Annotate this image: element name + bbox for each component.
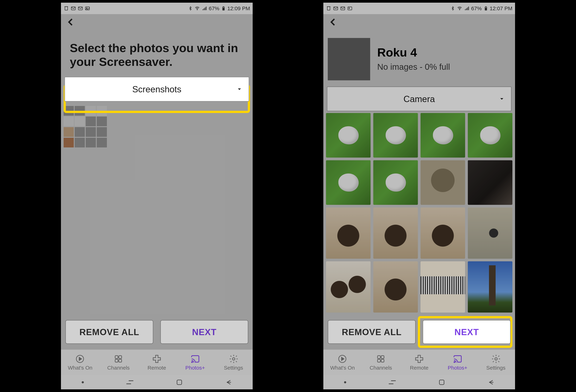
svg-rect-11: [119, 356, 122, 359]
photo-tile[interactable]: [421, 113, 465, 158]
photo-tile[interactable]: [421, 261, 465, 313]
cast-icon: [190, 354, 200, 364]
nav-channels[interactable]: Channels: [99, 350, 138, 375]
photo-tile[interactable]: [373, 261, 418, 313]
wifi-icon: [457, 6, 462, 11]
svg-point-5: [197, 10, 197, 10]
photo-tile[interactable]: [326, 261, 371, 313]
album-dropdown-label: Camera: [403, 94, 435, 104]
nav-whats-on[interactable]: What's On: [323, 350, 362, 375]
back-softkey-icon[interactable]: [487, 378, 494, 386]
mail-icon: [340, 6, 346, 11]
softkey-dot[interactable]: •: [344, 378, 347, 387]
photo-tile[interactable]: [468, 261, 513, 313]
photo-tile[interactable]: [468, 113, 513, 158]
mail-icon: [78, 6, 83, 11]
home-icon[interactable]: [438, 378, 446, 386]
nav-remote[interactable]: Remote: [138, 350, 176, 375]
photo-tile[interactable]: [421, 160, 465, 205]
softkey-dot[interactable]: •: [82, 378, 84, 387]
photo-tile[interactable]: [326, 160, 371, 205]
bluetooth-icon: [188, 6, 192, 11]
device-info: Roku 4 No images - 0% full: [377, 47, 450, 72]
svg-point-14: [192, 362, 192, 363]
svg-rect-12: [115, 359, 118, 362]
device-thumb: [328, 38, 370, 80]
svg-point-31: [454, 362, 455, 363]
svg-point-32: [495, 358, 497, 360]
svg-rect-30: [381, 359, 384, 362]
nav-photos[interactable]: Photos+: [438, 350, 477, 375]
recent-apps-icon[interactable]: [125, 379, 135, 386]
next-button[interactable]: NEXT: [423, 320, 511, 344]
nav-settings[interactable]: Settings: [477, 350, 515, 375]
svg-rect-8: [223, 6, 224, 7]
nav-photos[interactable]: Photos+: [176, 350, 214, 375]
dpad-icon: [152, 354, 162, 364]
photo-tile[interactable]: [468, 160, 513, 205]
photo-grid-area: [323, 111, 515, 314]
svg-rect-25: [485, 6, 486, 7]
photo-tile[interactable]: [326, 113, 371, 158]
chevron-down-icon: [499, 96, 505, 102]
battery-icon: [221, 5, 226, 11]
play-circle-icon: [75, 354, 85, 364]
photo-tile[interactable]: [468, 208, 513, 259]
battery-icon: [484, 5, 488, 11]
nav-settings[interactable]: Settings: [214, 350, 253, 375]
bottom-nav: What's On Channels Remote Photos+ Settin…: [323, 349, 515, 375]
svg-rect-13: [119, 359, 122, 362]
photo-tile[interactable]: [373, 208, 418, 259]
nav-channels[interactable]: Channels: [362, 350, 400, 375]
photo-tile[interactable]: [373, 160, 418, 205]
clock: 12:09 PM: [227, 5, 250, 11]
gear-icon: [491, 354, 501, 364]
photo-tile[interactable]: [326, 208, 371, 259]
device-header: Roku 4 No images - 0% full: [323, 29, 515, 86]
svg-rect-24: [485, 8, 486, 10]
album-dropdown-wrap: Camera: [323, 86, 515, 111]
grid-icon: [114, 354, 123, 364]
recent-apps-icon[interactable]: [387, 379, 397, 386]
svg-point-15: [232, 358, 235, 360]
delete-icon: [64, 6, 69, 11]
svg-rect-0: [65, 7, 68, 10]
chevron-down-icon: [236, 86, 243, 92]
mail-icon: [333, 6, 338, 11]
phone-right: 67% 12:07 PM Roku 4 No images - 0% full …: [323, 3, 515, 389]
action-row: REMOVE ALL NEXT: [61, 314, 253, 349]
back-icon[interactable]: [65, 17, 76, 27]
phone-left: 67% 12:09 PM Select the photos you want …: [61, 3, 253, 389]
album-dropdown[interactable]: Screenshots: [64, 77, 249, 102]
photo-tile[interactable]: [373, 113, 418, 158]
remove-all-button[interactable]: REMOVE ALL: [65, 320, 153, 344]
bluetooth-icon: [450, 6, 455, 11]
album-thumb[interactable]: [64, 106, 107, 147]
signal-icon: [464, 6, 469, 11]
status-bar: 67% 12:09 PM: [61, 3, 253, 14]
gear-icon: [229, 354, 238, 364]
svg-rect-7: [223, 8, 224, 10]
wifi-icon: [194, 6, 200, 11]
svg-rect-17: [327, 7, 330, 10]
back-row: [61, 14, 253, 29]
svg-rect-28: [381, 356, 384, 359]
home-icon[interactable]: [175, 378, 183, 386]
nav-whats-on[interactable]: What's On: [61, 350, 99, 375]
bottom-nav: What's On Channels Remote Photos+ Settin…: [61, 349, 253, 375]
photo-tile[interactable]: [421, 208, 465, 259]
nav-remote[interactable]: Remote: [400, 350, 438, 375]
device-status: No images - 0% full: [377, 62, 450, 72]
softkeys: •: [61, 375, 253, 389]
album-dropdown-wrap: Screenshots: [61, 77, 253, 102]
next-button[interactable]: NEXT: [160, 320, 248, 344]
clock: 12:07 PM: [490, 5, 512, 11]
svg-point-22: [459, 10, 460, 10]
remove-all-button[interactable]: REMOVE ALL: [328, 320, 416, 344]
battery-pct: 67%: [209, 5, 219, 11]
back-icon[interactable]: [328, 17, 338, 27]
photo-area: [61, 102, 253, 314]
svg-rect-27: [377, 356, 380, 359]
album-dropdown[interactable]: Camera: [327, 86, 512, 111]
back-softkey-icon[interactable]: [224, 378, 232, 386]
